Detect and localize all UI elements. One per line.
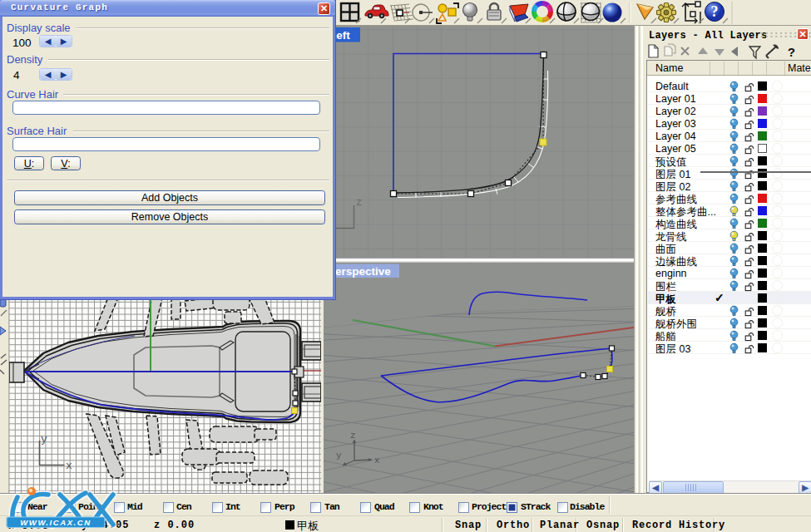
- svg-text:z: z: [350, 431, 356, 441]
- svg-text:?: ?: [711, 3, 719, 20]
- svg-text:x: x: [374, 456, 380, 466]
- svg-text:Perspective: Perspective: [328, 265, 391, 278]
- svg-text:y: y: [336, 451, 342, 461]
- svg-text:y: y: [41, 433, 47, 446]
- svg-text:WWW.ICAX.CN: WWW.ICAX.CN: [20, 518, 91, 527]
- svg-text:x: x: [66, 460, 72, 472]
- svg-text:?: ?: [788, 47, 795, 61]
- svg-text:z: z: [356, 197, 362, 209]
